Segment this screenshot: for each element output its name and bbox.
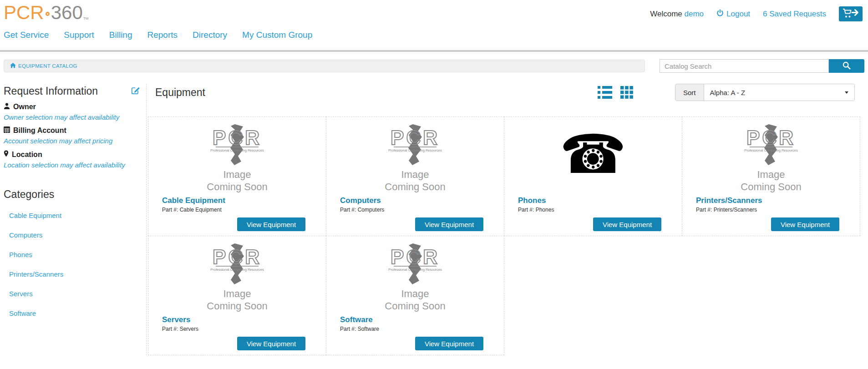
sort-control: Sort Alpha: A - Z [675, 84, 855, 101]
category-link-printers-scanners[interactable]: Printers/Scanners [9, 270, 146, 278]
sort-label: Sort [675, 84, 704, 101]
edit-icon[interactable] [131, 86, 140, 96]
image-coming-soon-text: Image Coming Soon [737, 168, 805, 193]
svg-text:PCR: PCR [391, 246, 440, 268]
card-title-link[interactable]: Servers [162, 315, 326, 324]
cart-arrow-right-icon [843, 8, 859, 20]
nav-item-my-custom-group[interactable]: My Custom Group [242, 30, 312, 40]
main-nav: Get ServiceSupportBillingReportsDirector… [4, 23, 863, 50]
home-icon [10, 63, 16, 69]
card-title-link[interactable]: Software [340, 315, 504, 324]
location-icon [4, 150, 9, 159]
owner-note: Owner selection may affect availability [4, 113, 146, 121]
card-title-link[interactable]: Printers/Scanners [696, 196, 860, 205]
request-sidebar: Request Information Owner Owner selectio… [0, 84, 147, 355]
view-equipment-button[interactable]: View Equipment [415, 217, 483, 231]
card-image: PCR Professional Computing Resources Ima… [326, 124, 504, 192]
catalog-search-button[interactable] [829, 59, 864, 73]
owner-section-label: Owner [4, 103, 146, 111]
sort-selected-value: Alpha: A - Z [710, 89, 746, 96]
user-icon [4, 103, 10, 111]
card-title-link[interactable]: Phones [518, 196, 682, 205]
card-part-number: Part #: Servers [162, 326, 326, 332]
pcr-logo: PCR Professional Computing Resources [203, 124, 271, 165]
nav-item-support[interactable]: Support [64, 30, 94, 40]
card-image: ☎ [504, 124, 682, 192]
svg-text:Professional Computing Resourc: Professional Computing Resources [744, 148, 798, 152]
search-icon [843, 61, 851, 71]
image-coming-soon-text: Image Coming Soon [381, 168, 449, 193]
grid-view-icon[interactable] [620, 86, 633, 99]
category-link-phones[interactable]: Phones [9, 251, 146, 259]
card-part-number: Part #: Cable Equipment [162, 207, 326, 213]
card-image: PCR Professional Computing Resources Ima… [326, 243, 504, 312]
power-icon [716, 9, 724, 19]
card-image: PCR Professional Computing Resources Ima… [148, 243, 326, 312]
svg-text:PCR: PCR [391, 126, 440, 149]
page-title: Equipment [155, 86, 598, 99]
card-part-number: Part #: Phones [518, 207, 682, 213]
card-part-number: Part #: Printers/Scanners [696, 207, 860, 213]
location-section-label: Location [4, 150, 146, 159]
pcr-logo: PCR Professional Computing Resources [381, 124, 449, 165]
nav-item-get-service[interactable]: Get Service [4, 30, 49, 40]
equipment-main: Equipment Sort Alpha: A - Z [147, 84, 868, 355]
breadcrumb[interactable]: EQUIPMENT CATALOG [10, 63, 77, 69]
logo-trademark: TM [83, 17, 89, 20]
pcr360-logo: PCR 360 TM [4, 3, 88, 23]
nav-item-billing[interactable]: Billing [109, 30, 132, 40]
pcr-logo: PCR Professional Computing Resources [203, 243, 271, 284]
pcr-image-placeholder: PCR Professional Computing Resources Ima… [381, 243, 449, 312]
categories-list: Cable EquipmentComputersPhonesPrinters/S… [4, 212, 146, 318]
equipment-card-printers-scanners: PCR Professional Computing Resources Ima… [682, 116, 860, 236]
catalog-search-input[interactable] [660, 59, 829, 73]
category-link-servers[interactable]: Servers [9, 290, 146, 298]
equipment-card-servers: PCR Professional Computing Resources Ima… [148, 236, 326, 355]
category-link-cable-equipment[interactable]: Cable Equipment [9, 212, 146, 220]
logo-degree-circle [46, 12, 50, 16]
equipment-grid: PCR Professional Computing Resources Ima… [148, 116, 863, 355]
equipment-card-software: PCR Professional Computing Resources Ima… [326, 236, 504, 355]
chevron-down-icon [845, 91, 848, 94]
view-equipment-button[interactable]: View Equipment [771, 217, 839, 231]
view-equipment-button[interactable]: View Equipment [415, 337, 483, 350]
card-title-link[interactable]: Computers [340, 196, 504, 205]
image-coming-soon-text: Image Coming Soon [203, 288, 271, 312]
sort-select[interactable]: Alpha: A - Z [704, 84, 854, 101]
card-image: PCR Professional Computing Resources Ima… [682, 124, 860, 192]
image-coming-soon-text: Image Coming Soon [381, 288, 449, 312]
pcr-image-placeholder: PCR Professional Computing Resources Ima… [737, 124, 805, 193]
view-equipment-button[interactable]: View Equipment [593, 217, 661, 231]
billing-note: Account selection may affect pricing [4, 137, 146, 145]
list-view-icon[interactable] [598, 86, 612, 99]
location-label: Location [12, 151, 42, 159]
billing-section-label: Billing Account [4, 126, 146, 135]
logout-link[interactable]: Logout [716, 9, 750, 19]
nav-item-reports[interactable]: Reports [147, 30, 178, 40]
svg-text:Professional Computing Resourc: Professional Computing Resources [388, 148, 442, 152]
welcome-label: Welcome [650, 10, 682, 18]
card-title-link[interactable]: Cable Equipment [162, 196, 326, 205]
image-coming-soon-text: Image Coming Soon [203, 168, 271, 193]
saved-requests-cart-button[interactable] [839, 6, 863, 21]
page-header: PCR 360 TM Welcome demo Logout 6 Saved R… [0, 0, 868, 52]
svg-text:PCR: PCR [213, 126, 262, 149]
svg-text:PCR: PCR [213, 246, 262, 268]
pcr-image-placeholder: PCR Professional Computing Resources Ima… [203, 243, 271, 312]
billing-label: Billing Account [13, 126, 66, 135]
view-equipment-button[interactable]: View Equipment [237, 217, 305, 231]
pcr-image-placeholder: PCR Professional Computing Resources Ima… [381, 124, 449, 193]
logo-text-pcr: PCR [4, 3, 44, 23]
equipment-card-phones: ☎ Phones Part #: Phones View Equipment [504, 116, 682, 236]
view-equipment-button[interactable]: View Equipment [237, 337, 305, 350]
pcr-image-placeholder: PCR Professional Computing Resources Ima… [203, 124, 271, 193]
category-link-computers[interactable]: Computers [9, 231, 146, 239]
category-link-software[interactable]: Software [9, 309, 146, 318]
svg-text:PCR: PCR [746, 126, 796, 149]
request-info-title: Request Information [4, 85, 131, 97]
logout-label: Logout [726, 10, 750, 19]
nav-item-directory[interactable]: Directory [193, 30, 227, 40]
saved-requests-link[interactable]: 6 Saved Requests [763, 10, 826, 19]
username-link[interactable]: demo [685, 10, 704, 18]
pcr-logo: PCR Professional Computing Resources [737, 124, 805, 165]
